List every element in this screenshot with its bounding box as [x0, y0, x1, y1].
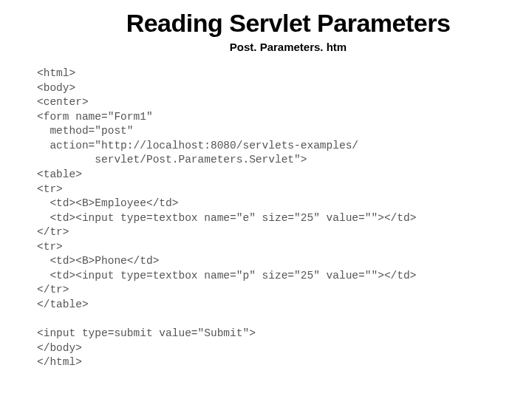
code-sample: <html> <body> <center> <form name="Form1…: [37, 66, 502, 370]
slide-container: Reading Servlet Parameters Post. Paramet…: [0, 0, 532, 399]
slide-subtitle: Post. Parameters. htm: [74, 41, 502, 53]
slide-title: Reading Servlet Parameters: [74, 9, 502, 38]
